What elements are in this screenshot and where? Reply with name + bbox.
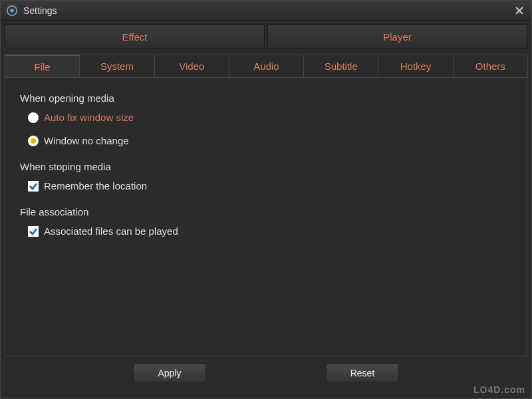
radio-label-auto-fix: Auto fix window size	[44, 112, 134, 123]
subtab-audio[interactable]: Audio	[229, 55, 304, 77]
watermark: LO4D.com	[473, 384, 525, 395]
check-label-associated: Associated files can be played	[44, 225, 178, 237]
check-associated-files[interactable]: Associated files can be played	[28, 225, 512, 237]
content-panel: When opening media Auto fix window size …	[5, 77, 527, 356]
main-tabs: Effect Player	[1, 21, 531, 49]
radio-label-no-change: Window no change	[44, 135, 129, 146]
checkbox-icon	[28, 181, 39, 192]
radio-icon	[28, 112, 39, 123]
radio-icon	[28, 136, 39, 146]
subtab-file[interactable]: File	[5, 55, 80, 77]
subtab-hotkey[interactable]: Hotkey	[378, 55, 453, 77]
section-association-title: File association	[20, 206, 512, 217]
radio-auto-fix[interactable]: Auto fix window size	[28, 112, 512, 123]
app-icon	[6, 5, 18, 17]
apply-button[interactable]: Apply	[133, 363, 206, 383]
check-label-remember: Remember the location	[44, 180, 147, 192]
subtab-system[interactable]: System	[79, 55, 154, 77]
subtab-video[interactable]: Video	[154, 55, 229, 77]
titlebar: Settings	[1, 1, 531, 21]
subtab-subtitle[interactable]: Subtitle	[303, 55, 378, 77]
settings-window: Settings Effect Player File System Video…	[0, 0, 532, 399]
window-title: Settings	[23, 5, 513, 16]
subtab-others[interactable]: Others	[453, 55, 528, 77]
radio-no-change[interactable]: Window no change	[28, 135, 512, 146]
tab-effect[interactable]: Effect	[5, 24, 265, 49]
close-button[interactable]	[513, 4, 526, 17]
svg-point-1	[10, 9, 13, 12]
section-opening-title: When opening media	[20, 92, 512, 104]
tab-player[interactable]: Player	[267, 24, 527, 49]
button-row: Apply Reset	[1, 356, 531, 383]
checkbox-icon	[28, 226, 39, 237]
section-stopping-title: When stoping media	[20, 161, 512, 172]
sub-tabs: File System Video Audio Subtitle Hotkey …	[1, 49, 531, 77]
reset-button[interactable]: Reset	[326, 363, 399, 383]
check-remember-location[interactable]: Remember the location	[28, 180, 512, 192]
